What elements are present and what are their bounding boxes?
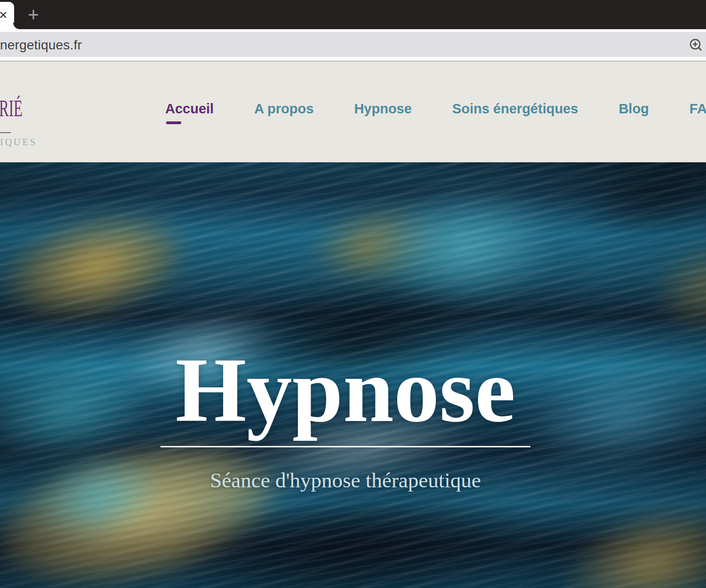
logo-title-fragment: RIÉ bbox=[0, 95, 23, 121]
hero-divider bbox=[160, 446, 530, 447]
url-bar[interactable]: nergetiques.fr bbox=[0, 32, 706, 57]
active-tab[interactable]: ✕ bbox=[0, 2, 14, 29]
nav-item-hypnose[interactable]: Hypnose bbox=[354, 101, 411, 117]
hero-title: Hypnose bbox=[0, 339, 698, 441]
hero-section: Hypnose Séance d'hypnose thérapeutique bbox=[0, 162, 706, 588]
site-header: RIÉ IQUES Accueil A propos Hypnose Soins… bbox=[0, 62, 706, 162]
nav-item-a-propos[interactable]: A propos bbox=[254, 101, 313, 117]
hero-subtitle: Séance d'hypnose thérapeutique bbox=[0, 468, 698, 493]
new-tab-button[interactable]: + bbox=[24, 5, 42, 24]
nav-item-blog[interactable]: Blog bbox=[618, 101, 649, 117]
nav-label: Hypnose bbox=[354, 101, 411, 116]
nav-label: Soins énergétiques bbox=[452, 101, 578, 116]
magnifier-plus-icon[interactable] bbox=[689, 38, 702, 51]
nav-label: FAQ bbox=[690, 101, 706, 116]
nav-item-accueil[interactable]: Accueil bbox=[165, 101, 214, 117]
nav-item-soins-energetiques[interactable]: Soins énergétiques bbox=[452, 101, 578, 117]
main-navigation: Accueil A propos Hypnose Soins énergétiq… bbox=[165, 101, 706, 117]
browser-toolbar: nergetiques.fr bbox=[0, 29, 706, 62]
nav-label: A propos bbox=[254, 101, 313, 116]
url-text[interactable]: nergetiques.fr bbox=[0, 38, 82, 53]
browser-tab-bar: ✕ + bbox=[0, 0, 706, 29]
nav-item-faq[interactable]: FAQ bbox=[690, 101, 706, 117]
logo-divider bbox=[0, 132, 11, 133]
active-nav-underline bbox=[166, 121, 181, 124]
nav-label: Accueil bbox=[165, 101, 214, 116]
logo-subtitle-fragment: IQUES bbox=[0, 137, 37, 148]
site-logo[interactable]: RIÉ IQUES bbox=[0, 62, 104, 162]
browser-window: ✕ + nergetiques.fr RIÉ IQUES bbox=[0, 0, 706, 588]
hero-text-block: Hypnose Séance d'hypnose thérapeutique bbox=[0, 339, 698, 493]
nav-label: Blog bbox=[618, 101, 649, 116]
close-tab-icon[interactable]: ✕ bbox=[0, 9, 9, 21]
